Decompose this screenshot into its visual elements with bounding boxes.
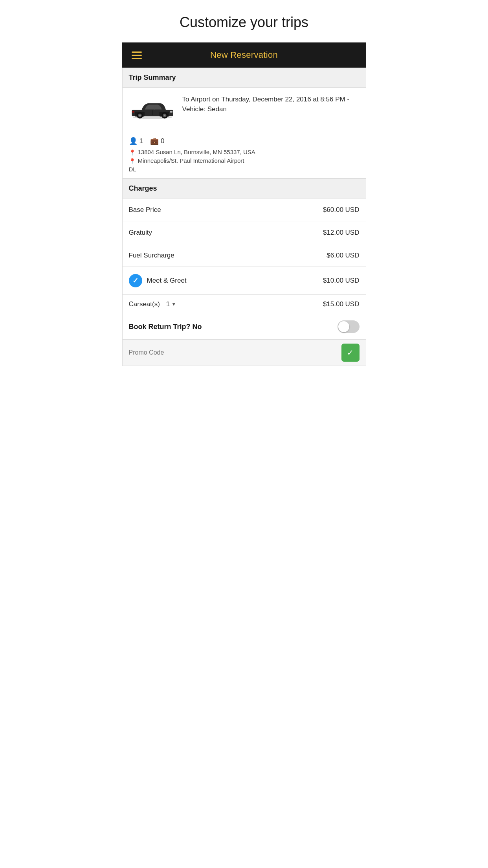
meet-greet-amount: $10.00 USD [323,277,360,285]
toggle-knob [338,321,349,332]
meet-greet-label: Meet & Greet [147,277,187,285]
pickup-location: 📍 13804 Susan Ln, Burnsville, MN 55337, … [129,149,360,156]
content-area: Trip Summary [122,68,366,366]
svg-point-9 [139,115,141,116]
svg-rect-11 [132,111,134,113]
check-mark-icon: ✓ [132,277,138,284]
person-icon: 👤 [129,137,138,145]
sedan-icon [129,95,176,122]
gratuity-label: Gratuity [129,229,152,237]
pax-luggage-row: 👤 1 💼 0 [129,137,360,145]
meet-greet-left: ✓ Meet & Greet [129,274,187,287]
header-title: New Reservation [143,50,345,60]
trip-summary-header: Trip Summary [123,68,366,88]
page-title: Customize your trips [130,14,358,31]
luggage-number: 0 [161,137,164,145]
airline-code: DL [129,166,360,173]
carseat-dropdown[interactable]: 1 ▼ [166,300,176,308]
pickup-address: 13804 Susan Ln, Burnsville, MN 55337, US… [138,149,255,155]
hamburger-menu-button[interactable] [130,50,143,61]
trip-summary-label: Trip Summary [129,74,176,81]
page-title-section: Customize your trips [122,0,366,42]
charges-header: Charges [123,178,366,199]
trip-details-row: 👤 1 💼 0 📍 13804 Susan Ln, Burnsville, MN… [123,131,366,178]
passenger-count: 👤 1 [129,137,143,145]
dropoff-address: Minneapolis/St. Paul International Airpo… [138,157,244,164]
carseat-label-group: Carseat(s) 1 ▼ [129,300,176,308]
carseat-amount: $15.00 USD [323,300,360,308]
svg-rect-10 [170,111,172,113]
base-price-label: Base Price [129,206,161,214]
promo-code-row: ✓ [123,340,366,366]
carseat-row: Carseat(s) 1 ▼ $15.00 USD [123,295,366,314]
hamburger-line-3 [132,58,142,59]
gratuity-amount: $12.00 USD [323,229,360,237]
carseat-label: Carseat(s) [129,300,160,308]
gratuity-row: Gratuity $12.00 USD [123,221,366,244]
dropoff-location: 📍 Minneapolis/St. Paul International Air… [129,157,360,164]
dropoff-pin-icon: 📍 [129,158,136,164]
base-price-amount: $60.00 USD [323,206,360,214]
header-bar: New Reservation [122,42,366,68]
car-image [129,95,176,124]
luggage-icon: 💼 [150,137,159,145]
carseat-dropdown-arrow: ▼ [171,302,176,307]
fuel-surcharge-amount: $6.00 USD [327,252,359,259]
promo-check-icon: ✓ [347,348,354,357]
pickup-pin-icon: 📍 [129,149,136,156]
svg-point-6 [164,115,165,116]
promo-code-input[interactable] [129,346,338,359]
charges-label: Charges [129,184,157,192]
return-trip-toggle[interactable] [338,320,360,333]
carseat-count-value: 1 [166,300,170,308]
meet-greet-row: ✓ Meet & Greet $10.00 USD [123,267,366,295]
promo-submit-button[interactable]: ✓ [341,344,360,362]
fuel-surcharge-label: Fuel Surcharge [129,252,174,259]
fuel-surcharge-row: Fuel Surcharge $6.00 USD [123,244,366,267]
meet-greet-checkbox[interactable]: ✓ [129,274,142,287]
hamburger-line-1 [132,51,142,53]
base-price-row: Base Price $60.00 USD [123,199,366,221]
luggage-count: 💼 0 [150,137,164,145]
return-trip-label: Book Return Trip? No [129,323,202,331]
hamburger-line-2 [132,55,142,56]
trip-card: To Airport on Thursday, December 22, 201… [123,88,366,131]
passenger-number: 1 [139,137,143,145]
trip-description: To Airport on Thursday, December 22, 201… [182,95,360,114]
return-trip-row: Book Return Trip? No [123,314,366,340]
